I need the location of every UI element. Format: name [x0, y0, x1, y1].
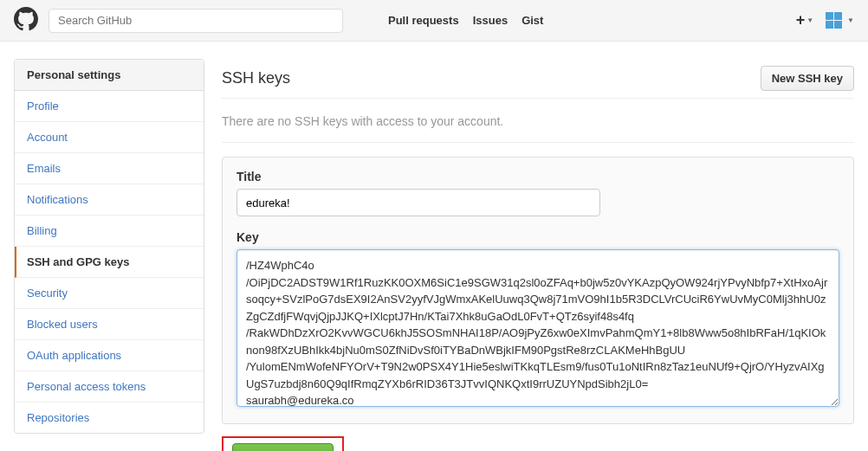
sidebar-item-blocked-users[interactable]: Blocked users [15, 309, 204, 340]
empty-state-message: There are no SSH keys with access to you… [222, 111, 854, 143]
nav-issues[interactable]: Issues [473, 14, 508, 27]
sidebar-item-oauth[interactable]: OAuth applications [15, 340, 204, 371]
header-actions: +▼ ▼ [796, 11, 854, 29]
add-button-highlight: Add SSH key [222, 436, 344, 451]
github-logo-icon[interactable] [14, 7, 38, 34]
search-input[interactable] [49, 9, 343, 33]
sidebar-item-notifications[interactable]: Notifications [15, 184, 204, 216]
new-ssh-key-button[interactable]: New SSH key [761, 66, 854, 91]
sidebar-item-tokens[interactable]: Personal access tokens [15, 371, 204, 403]
key-textarea[interactable] [236, 249, 839, 407]
avatar[interactable]: ▼ [826, 12, 854, 29]
sidebar-item-security[interactable]: Security [15, 278, 204, 309]
page-title: SSH keys [222, 69, 290, 87]
main-content: SSH keys New SSH key There are no SSH ke… [222, 59, 854, 451]
sidebar-item-account[interactable]: Account [15, 122, 204, 153]
page-container: Personal settings Profile Account Emails… [0, 42, 868, 451]
sidebar-item-billing[interactable]: Billing [15, 216, 204, 247]
sidebar-title: Personal settings [15, 60, 204, 91]
search-box [49, 9, 343, 33]
sidebar-item-profile[interactable]: Profile [15, 91, 204, 122]
key-label: Key [236, 230, 839, 244]
sidebar-item-ssh-gpg[interactable]: SSH and GPG keys [15, 247, 204, 278]
nav-links: Pull requests Issues Gist [388, 14, 543, 27]
sidebar-item-emails[interactable]: Emails [15, 153, 204, 184]
title-label: Title [236, 170, 839, 184]
sidebar-item-repositories[interactable]: Repositories [15, 403, 204, 433]
add-ssh-key-button[interactable]: Add SSH key [232, 443, 334, 451]
nav-pull-requests[interactable]: Pull requests [388, 14, 459, 27]
settings-sidebar: Personal settings Profile Account Emails… [14, 59, 204, 434]
nav-gist[interactable]: Gist [521, 14, 543, 27]
create-new-icon[interactable]: +▼ [796, 11, 813, 29]
top-header: Pull requests Issues Gist +▼ ▼ [0, 0, 868, 42]
subhead: SSH keys New SSH key [222, 59, 854, 99]
title-input[interactable] [236, 189, 600, 216]
ssh-key-form: Title Key [222, 157, 854, 424]
